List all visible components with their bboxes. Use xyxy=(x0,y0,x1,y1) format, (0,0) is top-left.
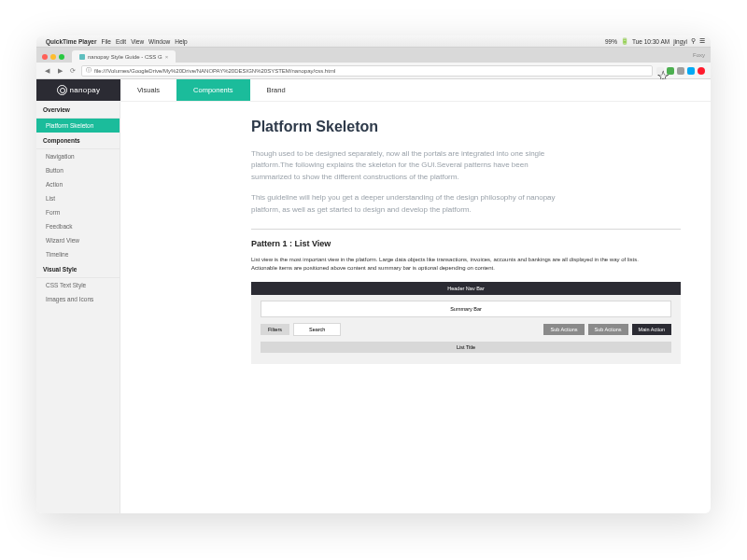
sidebar-item-feedback[interactable]: Feedback xyxy=(36,219,120,233)
minimize-window-icon[interactable] xyxy=(50,54,56,60)
sidebar-item-list[interactable]: List xyxy=(36,191,120,205)
sidebar-item-css-text-style[interactable]: CSS Text Style xyxy=(36,278,120,292)
sidebar-item-action[interactable]: Action xyxy=(36,177,120,191)
page-title: Platform Skeleton xyxy=(251,119,681,135)
mac-time[interactable]: Tue 10:30 AM xyxy=(632,38,669,45)
extension-icon[interactable] xyxy=(687,67,695,75)
browser-tabstrip: nanopay Style Guide - CSS G × Foxy xyxy=(36,48,711,63)
sidebar: Overview Platform Skeleton Components Na… xyxy=(36,102,120,513)
sidebar-item-wizard-view[interactable]: Wizard View xyxy=(36,233,120,247)
sidebar-section-overview: Overview xyxy=(36,102,120,119)
content-area: Overview Platform Skeleton Components Na… xyxy=(36,102,711,513)
sidebar-section-visual-style: Visual Style xyxy=(36,261,120,278)
forward-button[interactable]: ▶ xyxy=(55,66,64,76)
mac-battery[interactable]: 99% xyxy=(605,38,617,45)
lock-icon: ⓘ xyxy=(86,66,92,75)
site-header: nanopay Visuals Components Brand xyxy=(36,79,711,102)
sidebar-item-timeline[interactable]: Timeline xyxy=(36,247,120,261)
wf-search: Search xyxy=(293,323,341,336)
sidebar-section-components: Components xyxy=(36,133,120,149)
pattern-title: Pattern 1 : List View xyxy=(251,239,681,248)
wf-summary-bar: Summary Bar xyxy=(261,301,671,317)
brand-name: nanopay xyxy=(70,86,101,94)
mac-menu-view[interactable]: View xyxy=(131,38,144,45)
url-text: file:///Volumes/GoogleDrive/My%20Drive/N… xyxy=(94,68,335,74)
tab-components[interactable]: Components xyxy=(176,79,250,101)
close-window-icon[interactable] xyxy=(42,54,48,60)
browser-tab[interactable]: nanopay Style Guide - CSS G × xyxy=(72,50,176,63)
tab-brand[interactable]: Brand xyxy=(250,79,303,101)
extension-icons: ☆ xyxy=(656,67,705,75)
divider xyxy=(251,229,681,230)
browser-toolbar: ◀ ▶ ⟳ ⓘ file:///Volumes/GoogleDrive/My%2… xyxy=(36,63,711,79)
mac-app-name[interactable]: QuickTime Player xyxy=(46,38,96,45)
intro-paragraph-2: This guideline will help you get a deepe… xyxy=(251,192,559,216)
address-bar[interactable]: ⓘ file:///Volumes/GoogleDrive/My%20Drive… xyxy=(81,65,653,77)
wf-main-action: Main Action xyxy=(632,324,671,335)
wf-sub-action-2: Sub Actions xyxy=(588,324,628,335)
wf-header-nav-bar: Header Nav Bar xyxy=(251,282,681,295)
wf-list-title: List Title xyxy=(261,342,671,353)
wireframe-diagram: Header Nav Bar Summary Bar Filters Searc… xyxy=(251,282,681,364)
window-controls xyxy=(42,54,64,60)
mac-menubar: QuickTime Player File Edit View Window H… xyxy=(36,35,711,48)
top-nav-tabs: Visuals Components Brand xyxy=(120,79,303,101)
battery-icon: 🔋 xyxy=(621,37,628,45)
mac-menu-file[interactable]: File xyxy=(101,38,110,45)
mac-user[interactable]: jingyi xyxy=(673,38,687,45)
desktop-window: QuickTime Player File Edit View Window H… xyxy=(36,35,711,513)
maximize-window-icon[interactable] xyxy=(59,54,64,60)
menu-icon[interactable]: ☰ xyxy=(699,37,705,45)
browser-profile: Foxy xyxy=(693,52,705,58)
close-tab-icon[interactable]: × xyxy=(165,54,169,60)
star-icon[interactable]: ☆ xyxy=(656,67,664,75)
wf-sub-action-1: Sub Actions xyxy=(543,324,584,335)
intro-paragraph-1: Though used to be designed separately, n… xyxy=(251,148,559,183)
sidebar-item-platform-skeleton[interactable]: Platform Skeleton xyxy=(36,119,120,133)
tab-visuals[interactable]: Visuals xyxy=(120,79,176,101)
sidebar-item-form[interactable]: Form xyxy=(36,205,120,219)
extension-icon[interactable] xyxy=(677,67,684,75)
tab-title: nanopay Style Guide - CSS G xyxy=(88,54,162,60)
reload-button[interactable]: ⟳ xyxy=(68,66,78,76)
sidebar-item-images-icons[interactable]: Images and Icons xyxy=(36,292,120,306)
mac-menu-help[interactable]: Help xyxy=(175,38,187,45)
pattern-description: List view is the most important view in … xyxy=(251,256,643,273)
sidebar-item-button[interactable]: Button xyxy=(36,163,120,177)
wf-filters: Filters xyxy=(261,324,289,335)
search-icon[interactable]: ⚲ xyxy=(691,37,696,45)
mac-menu-edit[interactable]: Edit xyxy=(116,38,126,45)
extension-icon[interactable] xyxy=(667,67,674,75)
opera-icon[interactable] xyxy=(698,67,705,75)
back-button[interactable]: ◀ xyxy=(42,66,51,76)
favicon-icon xyxy=(79,54,85,60)
sidebar-item-navigation[interactable]: Navigation xyxy=(36,149,120,163)
logo-icon xyxy=(57,85,67,95)
mac-menu-window[interactable]: Window xyxy=(148,38,170,45)
main-content: Platform Skeleton Though used to be desi… xyxy=(120,102,711,513)
brand-logo[interactable]: nanopay xyxy=(36,79,120,101)
